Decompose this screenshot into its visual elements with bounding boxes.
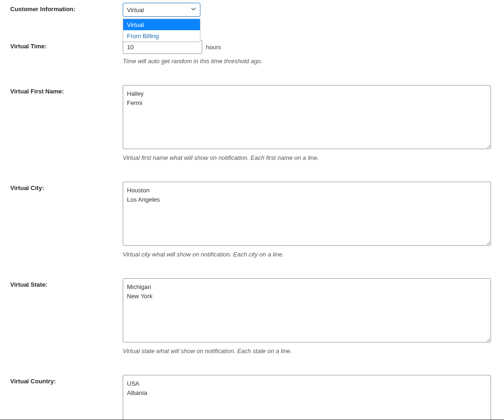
chevron-down-icon [191, 7, 196, 13]
virtual-country-label: Virtual Country: [10, 375, 123, 385]
dropdown-option-virtual[interactable]: Virtual [123, 19, 200, 30]
dropdown-option-from-billing[interactable]: From Billing [123, 30, 200, 41]
virtual-time-label: Virtual Time: [10, 40, 123, 50]
customer-information-dropdown: Virtual From Billing [123, 19, 200, 42]
virtual-time-input[interactable] [123, 40, 202, 54]
customer-information-select[interactable]: Virtual [123, 3, 200, 17]
virtual-state-textarea[interactable] [123, 278, 491, 342]
virtual-time-help: Time will auto get random in this time t… [123, 58, 495, 65]
virtual-city-label: Virtual City: [10, 182, 123, 191]
virtual-time-unit: hours [206, 44, 221, 51]
virtual-state-help: Virtual state what will show on notifica… [123, 348, 495, 354]
virtual-first-name-help: Virtual first name what will show on not… [123, 154, 495, 161]
virtual-first-name-textarea[interactable] [123, 85, 491, 149]
virtual-first-name-label: Virtual First Name: [10, 85, 123, 95]
virtual-state-label: Virtual State: [10, 278, 123, 288]
customer-information-selected-value: Virtual [127, 7, 144, 13]
virtual-city-textarea[interactable] [123, 182, 491, 246]
virtual-city-help: Virtual city what will show on notificat… [123, 251, 495, 258]
virtual-country-textarea[interactable] [123, 375, 491, 420]
customer-information-label: Customer Information: [10, 3, 123, 13]
